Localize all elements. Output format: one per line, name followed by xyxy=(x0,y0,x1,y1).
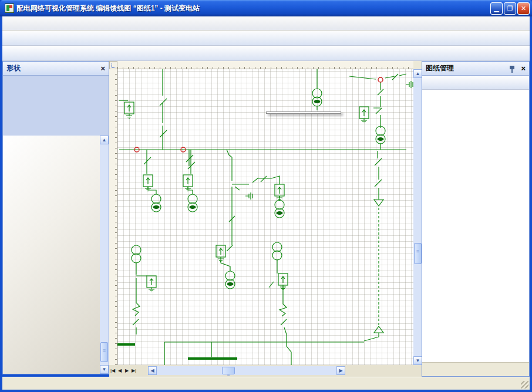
app-icon xyxy=(5,4,14,13)
shapes-panel-header: 形状 × xyxy=(3,62,109,76)
window-title: 配电网络可视化管理系统 编辑馈线图 “图纸1” - 测试变电站 xyxy=(16,4,489,13)
scroll-up-icon[interactable]: ▲ xyxy=(100,136,109,144)
ruler-corner xyxy=(109,61,117,69)
scroll-down-icon[interactable]: ▼ xyxy=(413,356,422,365)
scroll-right-icon[interactable]: ▶ xyxy=(336,366,345,375)
scroll-left-icon[interactable]: ◀ xyxy=(148,366,157,375)
prev-page-icon[interactable]: ◀ xyxy=(116,366,123,376)
toolbar-format xyxy=(2,46,530,61)
drawings-panel-header: 图纸管理 × xyxy=(422,62,529,76)
scroll-thumb[interactable] xyxy=(414,243,422,264)
statusbar xyxy=(2,377,530,390)
maximize-button[interactable]: ❐ xyxy=(504,2,516,15)
canvas-vertical-scrollbar[interactable]: ▲ ▼ xyxy=(413,69,422,365)
pin-icon[interactable] xyxy=(509,65,516,73)
titlebar: 配电网络可视化管理系统 编辑馈线图 “图纸1” - 测试变电站 ▁ ❐ ✕ xyxy=(0,0,532,16)
close-button[interactable]: ✕ xyxy=(517,2,530,15)
stencil-scrollbar[interactable]: ▲ ▼ xyxy=(100,136,109,374)
feeder-diagram-graphic xyxy=(117,69,413,365)
drawings-panel-title: 图纸管理 xyxy=(426,63,509,73)
toolbar-standard xyxy=(2,31,530,46)
next-page-icon[interactable]: ▶ xyxy=(123,366,130,376)
scroll-up-icon[interactable]: ▲ xyxy=(413,69,422,78)
scroll-down-icon[interactable]: ▼ xyxy=(100,365,109,374)
minimize-button[interactable]: ▁ xyxy=(490,2,503,15)
canvas-horizontal-scrollbar[interactable]: ◀ ▶ xyxy=(148,366,345,375)
context-menu xyxy=(266,111,341,114)
page-tab-strip: |◀ ◀ ▶ ▶| ◀ ▶ xyxy=(109,365,422,377)
drawing-canvas[interactable] xyxy=(117,69,413,365)
drawings-tree xyxy=(422,90,529,94)
panel-tabs xyxy=(422,362,529,376)
stencil-list xyxy=(3,136,101,374)
shapes-panel-close-icon[interactable]: × xyxy=(100,64,105,73)
resize-grip[interactable] xyxy=(521,381,528,388)
drawings-panel-close-icon[interactable]: × xyxy=(521,64,526,73)
menubar xyxy=(2,16,530,31)
canvas-area: ▲ ▼ |◀ ◀ ▶ ▶| ◀ ▶ xyxy=(109,61,422,377)
vertical-ruler xyxy=(109,69,117,365)
drawings-panel: 图纸管理 × xyxy=(422,61,530,377)
first-page-icon[interactable]: |◀ xyxy=(109,366,116,376)
app-window: 配电网络可视化管理系统 编辑馈线图 “图纸1” - 测试变电站 ▁ ❐ ✕ 形状… xyxy=(0,0,532,392)
scroll-thumb[interactable] xyxy=(100,342,108,362)
shapes-panel-title: 形状 xyxy=(6,63,100,73)
scroll-thumb[interactable] xyxy=(222,367,235,374)
last-page-icon[interactable]: ▶| xyxy=(130,366,137,376)
shapes-panel: 形状 × ▲ ▼ xyxy=(2,61,109,374)
horizontal-ruler xyxy=(117,61,413,69)
drawings-toolbar xyxy=(422,76,529,90)
